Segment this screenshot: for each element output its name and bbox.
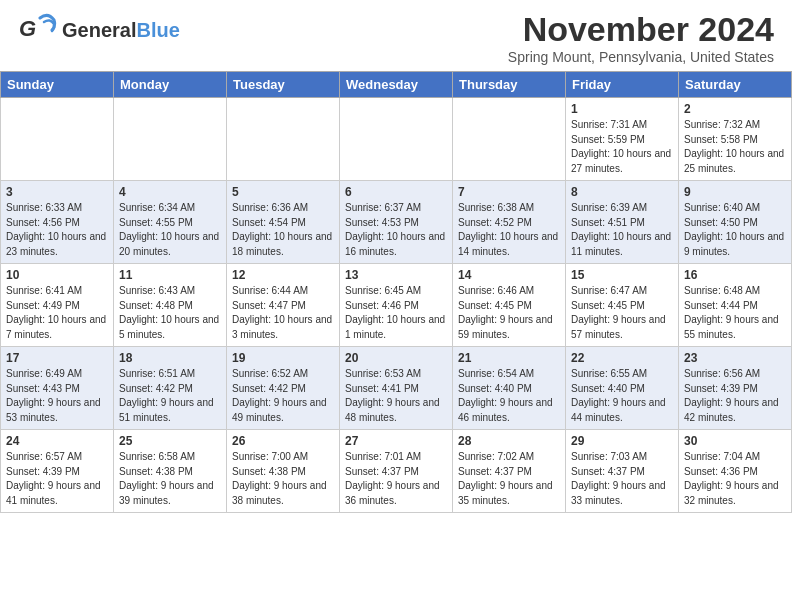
calendar-cell: 14Sunrise: 6:46 AM Sunset: 4:45 PM Dayli… <box>453 264 566 347</box>
title-block: November 2024 Spring Mount, Pennsylvania… <box>508 10 774 65</box>
day-number: 2 <box>684 102 786 116</box>
calendar-cell: 28Sunrise: 7:02 AM Sunset: 4:37 PM Dayli… <box>453 430 566 513</box>
day-info: Sunrise: 6:40 AM Sunset: 4:50 PM Dayligh… <box>684 201 786 259</box>
day-number: 9 <box>684 185 786 199</box>
day-of-week-header: Monday <box>114 72 227 98</box>
day-info: Sunrise: 6:44 AM Sunset: 4:47 PM Dayligh… <box>232 284 334 342</box>
day-info: Sunrise: 6:46 AM Sunset: 4:45 PM Dayligh… <box>458 284 560 342</box>
day-number: 27 <box>345 434 447 448</box>
day-info: Sunrise: 6:45 AM Sunset: 4:46 PM Dayligh… <box>345 284 447 342</box>
day-number: 12 <box>232 268 334 282</box>
calendar-cell: 21Sunrise: 6:54 AM Sunset: 4:40 PM Dayli… <box>453 347 566 430</box>
day-info: Sunrise: 7:31 AM Sunset: 5:59 PM Dayligh… <box>571 118 673 176</box>
day-of-week-header: Thursday <box>453 72 566 98</box>
day-number: 7 <box>458 185 560 199</box>
day-number: 15 <box>571 268 673 282</box>
calendar-cell: 23Sunrise: 6:56 AM Sunset: 4:39 PM Dayli… <box>679 347 792 430</box>
logo-general: General <box>62 19 136 42</box>
day-number: 24 <box>6 434 108 448</box>
calendar-cell <box>453 98 566 181</box>
calendar-cell: 10Sunrise: 6:41 AM Sunset: 4:49 PM Dayli… <box>1 264 114 347</box>
calendar-cell: 27Sunrise: 7:01 AM Sunset: 4:37 PM Dayli… <box>340 430 453 513</box>
calendar-cell <box>340 98 453 181</box>
calendar-table: SundayMondayTuesdayWednesdayThursdayFrid… <box>0 71 792 513</box>
day-number: 23 <box>684 351 786 365</box>
day-of-week-header: Friday <box>566 72 679 98</box>
calendar-week-row: 10Sunrise: 6:41 AM Sunset: 4:49 PM Dayli… <box>1 264 792 347</box>
calendar-cell: 30Sunrise: 7:04 AM Sunset: 4:36 PM Dayli… <box>679 430 792 513</box>
calendar-cell: 16Sunrise: 6:48 AM Sunset: 4:44 PM Dayli… <box>679 264 792 347</box>
day-info: Sunrise: 6:58 AM Sunset: 4:38 PM Dayligh… <box>119 450 221 508</box>
day-info: Sunrise: 6:41 AM Sunset: 4:49 PM Dayligh… <box>6 284 108 342</box>
logo: G General Blue <box>18 10 180 50</box>
calendar-cell: 25Sunrise: 6:58 AM Sunset: 4:38 PM Dayli… <box>114 430 227 513</box>
calendar-cell: 18Sunrise: 6:51 AM Sunset: 4:42 PM Dayli… <box>114 347 227 430</box>
day-info: Sunrise: 6:34 AM Sunset: 4:55 PM Dayligh… <box>119 201 221 259</box>
calendar-cell: 15Sunrise: 6:47 AM Sunset: 4:45 PM Dayli… <box>566 264 679 347</box>
day-number: 21 <box>458 351 560 365</box>
calendar-cell: 22Sunrise: 6:55 AM Sunset: 4:40 PM Dayli… <box>566 347 679 430</box>
logo-icon: G <box>18 10 58 50</box>
day-number: 14 <box>458 268 560 282</box>
day-info: Sunrise: 6:47 AM Sunset: 4:45 PM Dayligh… <box>571 284 673 342</box>
day-info: Sunrise: 6:33 AM Sunset: 4:56 PM Dayligh… <box>6 201 108 259</box>
day-number: 28 <box>458 434 560 448</box>
day-number: 16 <box>684 268 786 282</box>
day-info: Sunrise: 6:54 AM Sunset: 4:40 PM Dayligh… <box>458 367 560 425</box>
day-number: 18 <box>119 351 221 365</box>
day-of-week-header: Saturday <box>679 72 792 98</box>
calendar-cell <box>1 98 114 181</box>
calendar-cell <box>227 98 340 181</box>
calendar-cell: 13Sunrise: 6:45 AM Sunset: 4:46 PM Dayli… <box>340 264 453 347</box>
day-of-week-header: Wednesday <box>340 72 453 98</box>
logo-blue: Blue <box>136 19 179 42</box>
day-number: 17 <box>6 351 108 365</box>
day-number: 6 <box>345 185 447 199</box>
day-number: 10 <box>6 268 108 282</box>
day-info: Sunrise: 6:38 AM Sunset: 4:52 PM Dayligh… <box>458 201 560 259</box>
day-number: 30 <box>684 434 786 448</box>
main-title: November 2024 <box>508 10 774 49</box>
calendar-cell: 1Sunrise: 7:31 AM Sunset: 5:59 PM Daylig… <box>566 98 679 181</box>
day-of-week-header: Sunday <box>1 72 114 98</box>
calendar-cell: 8Sunrise: 6:39 AM Sunset: 4:51 PM Daylig… <box>566 181 679 264</box>
day-number: 25 <box>119 434 221 448</box>
calendar-cell <box>114 98 227 181</box>
day-info: Sunrise: 6:49 AM Sunset: 4:43 PM Dayligh… <box>6 367 108 425</box>
calendar-cell: 17Sunrise: 6:49 AM Sunset: 4:43 PM Dayli… <box>1 347 114 430</box>
calendar-cell: 5Sunrise: 6:36 AM Sunset: 4:54 PM Daylig… <box>227 181 340 264</box>
svg-text:G: G <box>19 16 36 41</box>
day-info: Sunrise: 6:37 AM Sunset: 4:53 PM Dayligh… <box>345 201 447 259</box>
day-number: 13 <box>345 268 447 282</box>
day-number: 4 <box>119 185 221 199</box>
day-number: 22 <box>571 351 673 365</box>
day-of-week-header: Tuesday <box>227 72 340 98</box>
day-number: 5 <box>232 185 334 199</box>
day-number: 3 <box>6 185 108 199</box>
calendar-cell: 7Sunrise: 6:38 AM Sunset: 4:52 PM Daylig… <box>453 181 566 264</box>
day-info: Sunrise: 6:52 AM Sunset: 4:42 PM Dayligh… <box>232 367 334 425</box>
calendar-cell: 4Sunrise: 6:34 AM Sunset: 4:55 PM Daylig… <box>114 181 227 264</box>
day-info: Sunrise: 6:36 AM Sunset: 4:54 PM Dayligh… <box>232 201 334 259</box>
day-info: Sunrise: 6:39 AM Sunset: 4:51 PM Dayligh… <box>571 201 673 259</box>
calendar-cell: 12Sunrise: 6:44 AM Sunset: 4:47 PM Dayli… <box>227 264 340 347</box>
day-info: Sunrise: 6:53 AM Sunset: 4:41 PM Dayligh… <box>345 367 447 425</box>
calendar-header-row: SundayMondayTuesdayWednesdayThursdayFrid… <box>1 72 792 98</box>
calendar-cell: 6Sunrise: 6:37 AM Sunset: 4:53 PM Daylig… <box>340 181 453 264</box>
day-number: 8 <box>571 185 673 199</box>
day-number: 29 <box>571 434 673 448</box>
day-info: Sunrise: 6:48 AM Sunset: 4:44 PM Dayligh… <box>684 284 786 342</box>
day-info: Sunrise: 6:51 AM Sunset: 4:42 PM Dayligh… <box>119 367 221 425</box>
day-info: Sunrise: 7:02 AM Sunset: 4:37 PM Dayligh… <box>458 450 560 508</box>
page-header: G General Blue November 2024 Spring Moun… <box>0 0 792 71</box>
calendar-week-row: 17Sunrise: 6:49 AM Sunset: 4:43 PM Dayli… <box>1 347 792 430</box>
calendar-cell: 11Sunrise: 6:43 AM Sunset: 4:48 PM Dayli… <box>114 264 227 347</box>
calendar-cell: 3Sunrise: 6:33 AM Sunset: 4:56 PM Daylig… <box>1 181 114 264</box>
day-info: Sunrise: 7:03 AM Sunset: 4:37 PM Dayligh… <box>571 450 673 508</box>
calendar-cell: 20Sunrise: 6:53 AM Sunset: 4:41 PM Dayli… <box>340 347 453 430</box>
day-number: 26 <box>232 434 334 448</box>
day-info: Sunrise: 6:57 AM Sunset: 4:39 PM Dayligh… <box>6 450 108 508</box>
calendar-cell: 9Sunrise: 6:40 AM Sunset: 4:50 PM Daylig… <box>679 181 792 264</box>
subtitle: Spring Mount, Pennsylvania, United State… <box>508 49 774 65</box>
day-number: 11 <box>119 268 221 282</box>
